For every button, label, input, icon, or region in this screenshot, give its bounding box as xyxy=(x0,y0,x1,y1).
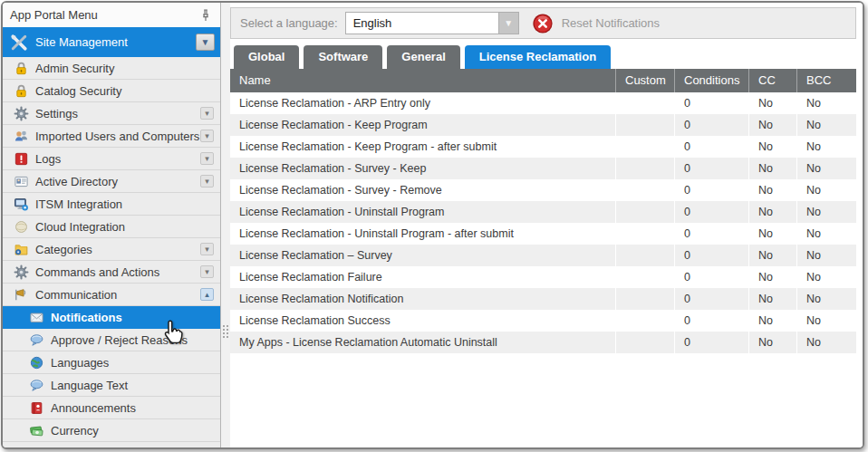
cell-custom xyxy=(615,332,674,353)
chevron-down-icon[interactable]: ▾ xyxy=(200,152,214,165)
sidebar-item-language-text[interactable]: Language Text xyxy=(3,374,220,397)
sidebar-item-notifications[interactable]: Notifications xyxy=(3,306,220,329)
table-row[interactable]: License Reclamation - Uninstall Program … xyxy=(230,223,856,245)
table-row[interactable]: License Reclamation Success 0 No No xyxy=(230,310,856,332)
cell-name: License Reclamation - Survey - Remove xyxy=(230,179,615,201)
cell-cc: No xyxy=(748,136,796,158)
cell-cc: No xyxy=(748,92,796,114)
cell-custom xyxy=(615,179,674,201)
sidebar-root-label: Site Management xyxy=(35,35,196,49)
sidebar-item-currency[interactable]: Currency xyxy=(3,419,220,442)
speech-bubble-icon xyxy=(29,378,44,393)
sidebar-item-site-management[interactable]: Site Management ▼ xyxy=(3,27,220,57)
language-select-value: English xyxy=(346,13,498,34)
chevron-down-icon[interactable]: ▾ xyxy=(200,265,214,278)
cell-cc: No xyxy=(748,245,796,266)
announcement-icon xyxy=(29,400,44,416)
table-row[interactable]: License Reclamation - Keep Program 0 No … xyxy=(230,114,856,136)
sidebar-item-imported-users-and-computers[interactable]: Imported Users and Computers ▾ xyxy=(3,125,220,148)
column-header-custom[interactable]: Custom xyxy=(615,69,674,92)
column-header-conditions[interactable]: Conditions xyxy=(674,69,748,92)
monitor-gear-icon xyxy=(14,197,29,212)
table-row[interactable]: License Reclamation - Uninstall Program … xyxy=(230,201,856,223)
sidebar-item-communication[interactable]: Communication ▴ xyxy=(3,284,220,306)
cell-bcc: No xyxy=(796,266,856,288)
tab-software[interactable]: Software xyxy=(304,45,382,69)
table-row[interactable]: License Reclamation - Survey - Remove 0 … xyxy=(230,179,856,201)
folder-gear-icon xyxy=(14,242,29,257)
sidebar-item-commands-and-actions[interactable]: Commands and Actions ▾ xyxy=(3,261,220,284)
cell-custom xyxy=(615,92,674,114)
table-header: NameCustomConditionsCCBCC xyxy=(230,69,856,92)
alert-icon xyxy=(14,151,29,167)
cell-cc: No xyxy=(748,288,796,310)
cell-custom xyxy=(615,288,674,310)
cell-cc: No xyxy=(748,332,796,353)
column-header-bcc[interactable]: BCC xyxy=(796,69,856,92)
table-row[interactable]: License Reclamation Failure 0 No No xyxy=(230,266,856,288)
cell-conditions: 0 xyxy=(674,114,748,136)
table-row[interactable]: License Reclamation Notification 0 No No xyxy=(230,288,856,310)
sidebar-title: App Portal Menu xyxy=(10,8,198,22)
cell-cc: No xyxy=(748,179,796,201)
chevron-down-icon[interactable]: ▾ xyxy=(200,175,214,188)
sidebar-item-approve-reject-reasons[interactable]: Approve / Reject Reasons xyxy=(3,329,220,351)
chevron-down-icon[interactable]: ▾ xyxy=(200,243,214,255)
cell-cc: No xyxy=(748,201,796,223)
sidebar-nav: Admin Security Catalog Security Settings… xyxy=(3,57,220,447)
table-row[interactable]: License Reclamation - ARP Entry only 0 N… xyxy=(230,92,856,114)
address-card-icon xyxy=(14,174,29,189)
cell-name: License Reclamation - ARP Entry only xyxy=(230,92,615,114)
cell-conditions: 0 xyxy=(674,223,748,245)
pane-splitter[interactable] xyxy=(221,3,230,447)
table-row[interactable]: License Reclamation - Survey - Keep 0 No… xyxy=(230,158,856,179)
reset-notifications-button[interactable]: Reset Notifications xyxy=(532,13,660,34)
chevron-down-icon[interactable]: ▾ xyxy=(200,107,214,120)
table-row[interactable]: My Apps - License Reclamation Automatic … xyxy=(230,332,856,353)
sidebar-item-announcements[interactable]: Announcements xyxy=(3,397,220,419)
chevron-down-icon[interactable]: ▼ xyxy=(498,13,518,34)
cell-bcc: No xyxy=(796,92,856,114)
table-row[interactable]: License Reclamation – Survey 0 No No xyxy=(230,245,856,266)
app-window: App Portal Menu Site Management ▼ Admin … xyxy=(1,1,864,449)
sidebar-item-categories[interactable]: Categories ▾ xyxy=(3,238,220,261)
sphere-icon xyxy=(14,219,29,235)
sidebar-item-languages[interactable]: Languages xyxy=(3,351,220,374)
users-icon xyxy=(14,129,29,144)
splitter-grip-icon[interactable] xyxy=(223,325,228,338)
cell-bcc: No xyxy=(796,158,856,179)
pushpin-icon[interactable] xyxy=(198,8,213,23)
cell-conditions: 0 xyxy=(674,332,748,353)
column-header-name[interactable]: Name xyxy=(230,69,615,92)
sidebar-item-itsm-integration[interactable]: ITSM Integration xyxy=(3,193,220,216)
sidebar-item-logs[interactable]: Logs ▾ xyxy=(3,148,220,170)
chevron-up-icon[interactable]: ▴ xyxy=(200,288,214,301)
tab-general[interactable]: General xyxy=(387,45,459,69)
cell-custom xyxy=(615,158,674,179)
cell-custom xyxy=(615,223,674,245)
sidebar-item-catalog-security[interactable]: Catalog Security xyxy=(3,80,220,102)
sidebar-item-admin-security[interactable]: Admin Security xyxy=(3,57,220,80)
cell-bcc: No xyxy=(796,136,856,158)
sidebar-item-cloud-integration[interactable]: Cloud Integration xyxy=(3,216,220,238)
main-panel: Select a language: English ▼ Reset Notif… xyxy=(230,3,863,447)
tab-global[interactable]: Global xyxy=(234,45,299,69)
lock-icon xyxy=(14,61,29,76)
cell-conditions: 0 xyxy=(674,310,748,332)
envelope-icon xyxy=(29,310,44,325)
cell-custom xyxy=(615,245,674,266)
sidebar-item-active-directory[interactable]: Active Directory ▾ xyxy=(3,170,220,193)
cell-bcc: No xyxy=(796,223,856,245)
tab-license-reclamation[interactable]: License Reclamation xyxy=(465,45,611,69)
sidebar-item-settings[interactable]: Settings ▾ xyxy=(3,102,220,125)
cell-conditions: 0 xyxy=(674,158,748,179)
cell-conditions: 0 xyxy=(674,136,748,158)
gear-icon xyxy=(14,264,29,280)
language-select[interactable]: English ▼ xyxy=(345,12,519,34)
money-icon xyxy=(29,423,44,438)
chevron-down-icon[interactable]: ▼ xyxy=(196,34,215,51)
table-row[interactable]: License Reclamation - Keep Program - aft… xyxy=(230,136,856,158)
cell-custom xyxy=(615,201,674,223)
chevron-down-icon[interactable]: ▾ xyxy=(200,130,214,142)
column-header-cc[interactable]: CC xyxy=(748,69,796,92)
